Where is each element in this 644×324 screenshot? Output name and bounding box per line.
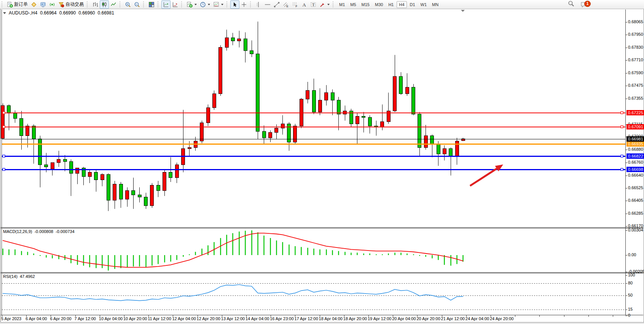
period-icon [200,2,206,8]
search-icon [568,0,574,7]
tile-windows-button[interactable] [147,0,156,9]
timeframe-m15-button[interactable]: M15 [359,1,372,8]
macd-name: MACD(12,26,9) [3,229,32,234]
toolbar-gripper [143,2,145,7]
text-label-button[interactable]: T [309,0,318,9]
horizontal-line-button[interactable] [263,0,272,9]
timeframe-d1-button[interactable]: D1 [408,1,418,8]
add-indicator-icon [187,2,193,8]
auto-trading-label: 自动交易 [65,1,84,8]
chart-header: AUDUSD-,H4 0.66964 0.66990 0.66960 0.669… [3,10,114,16]
toolbar-groups: 新订单自动交易EFATM1M5M15M30H1H4D1W1MN [0,0,441,9]
candle-chart-icon [101,2,107,8]
toolbar-group-windows [147,0,156,9]
chart-autoscroll-button[interactable] [171,0,180,9]
svg-text:F: F [296,5,298,8]
timeframe-m5-button[interactable]: M5 [348,1,358,8]
dropdown-caret-icon [208,4,210,5]
chart-shift-button[interactable] [161,0,171,9]
zoom-in-icon [125,2,131,8]
toolbar-group-zoom [123,0,142,9]
macd-main-value: -0.000808 [34,229,53,234]
timeframe-h4-button[interactable]: H4 [397,1,406,8]
new-order-icon [7,2,13,8]
bar-low-value: 0.66960 [78,10,95,16]
toolbar-gripper [333,2,335,7]
timeframe-m1-button[interactable]: M1 [337,1,347,8]
toolbar-gripper [250,2,252,7]
template-button[interactable] [212,0,225,9]
toolbar-group-pointer [230,0,249,9]
add-indicator-button[interactable] [185,0,198,9]
equidistant-channel-button[interactable]: E [281,0,290,9]
text-icon: A [301,2,307,8]
toolbar-gripper [158,2,159,7]
dropdown-caret-icon [221,4,223,5]
bar-chart-icon [92,2,98,8]
one-click-trading-caret-icon[interactable] [3,12,6,14]
signal-icon [49,2,55,8]
gold-chip-button[interactable] [29,0,38,9]
equidistant-channel-icon: E [283,2,289,8]
bar-open-value: 0.66964 [40,10,56,16]
rsi-name: RSI(14) [3,274,18,279]
terminal-button[interactable] [38,0,48,9]
chart-shift-icon [163,2,169,8]
chart-autoscroll-icon [172,2,178,8]
period-button[interactable] [198,0,212,9]
trend-line-icon [274,2,280,8]
line-chart-icon [110,2,116,8]
arrows-button[interactable] [318,0,331,9]
rsi-indicator-label: RSI(14) 47.4962 [3,274,35,279]
crosshair-icon [241,2,247,8]
toolbar-group-objects: EFAT [254,0,331,9]
candle-chart-button[interactable] [100,0,109,9]
text-button[interactable]: A [300,0,309,9]
toolbar-group-timeframes: M1M5M15M30H1H4D1W1MN [336,0,441,9]
text-label-icon: T [310,2,316,8]
new-order-label: 新订单 [14,1,28,8]
timeframe-m30-button[interactable]: M30 [373,1,385,8]
rsi-value: 47.4962 [20,274,35,279]
fibonacci-button[interactable]: F [290,0,300,9]
template-icon [213,2,219,8]
toolbar-group-chart-type [91,0,118,9]
search-icon[interactable] [568,0,574,8]
zoom-out-icon [134,2,140,8]
trend-line-button[interactable] [272,0,281,9]
notification-badge: 1 [584,1,591,7]
tile-windows-icon [148,2,155,8]
crosshair-button[interactable] [239,0,249,9]
chart-symbol-period: AUDUSD-,H4 [9,10,37,16]
zoom-in-button[interactable] [123,0,132,9]
macd-indicator-label: MACD(12,26,9) -0.000808 -0.000734 [3,229,75,234]
timeframe-w1-button[interactable]: W1 [418,1,429,8]
timeframe-h1-button[interactable]: H1 [386,1,396,8]
toolbar-gripper [87,2,89,7]
svg-text:A: A [303,2,306,7]
macd-signal-value: -0.000734 [56,229,75,234]
line-chart-button[interactable] [109,0,118,9]
svg-text:T: T [312,2,315,7]
svg-text:E: E [287,5,289,8]
new-order-button[interactable]: 新订单 [5,0,29,9]
timeframe-mn-button[interactable]: MN [430,1,441,8]
dropdown-caret-icon [194,4,197,5]
dropdown-caret-icon [327,4,330,5]
notifications-button[interactable]: 1 [580,1,588,8]
terminal-icon [40,2,46,8]
cursor-button[interactable] [230,0,239,9]
zoom-out-button[interactable] [132,0,142,9]
auto-trading-icon [58,2,64,8]
arrows-icon [319,2,325,8]
cursor-icon [232,2,238,8]
toolbar-group-add [185,0,225,9]
toolbar-group-scroll [161,0,180,9]
vertical-line-button[interactable] [254,0,263,9]
toolbar-gripper [2,2,3,7]
horizontal-line-icon [265,2,271,8]
fibonacci-icon: F [292,2,298,8]
auto-trading-button[interactable]: 自动交易 [57,0,85,9]
signal-button[interactable] [48,0,57,9]
bar-chart-button[interactable] [91,0,100,9]
